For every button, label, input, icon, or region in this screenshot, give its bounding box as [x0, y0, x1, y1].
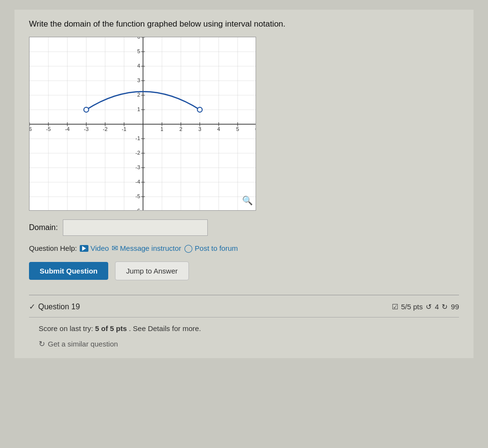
history-icon: ↺	[426, 303, 432, 311]
submit-question-button[interactable]: Submit Question	[29, 262, 108, 280]
divider-1	[29, 295, 459, 295]
question-19-label: ✓ Question 19	[29, 302, 80, 311]
question-number: Question 19	[38, 303, 80, 311]
score-suffix: . See Details for more.	[129, 324, 201, 332]
question-19-row: ✓ Question 19 ☑ 5/5 pts ↺ 4 ↻ 99	[29, 302, 459, 311]
question-text: Write the domain of the function graphed…	[29, 19, 459, 29]
envelope-icon: ✉	[112, 244, 118, 253]
question-help-label: Question Help:	[29, 244, 77, 252]
video-help-link[interactable]: Video	[80, 244, 109, 252]
score-value: 5 of 5 pts	[95, 324, 127, 332]
score-prefix: Score on last try:	[39, 324, 93, 332]
forum-icon: ◯	[184, 244, 193, 253]
post-to-forum-link[interactable]: ◯ Post to forum	[184, 244, 238, 253]
points-value: 5/5 pts	[401, 303, 423, 311]
checkmark-box-icon: ☑	[392, 303, 398, 311]
attempts-count: 99	[451, 303, 459, 311]
refresh-icon: ↻	[442, 303, 448, 311]
video-label: Video	[90, 244, 109, 252]
similar-question-row[interactable]: ↻ Get a similar question	[29, 339, 459, 348]
history-count: 4	[435, 303, 439, 311]
checkmark-icon: ✓	[29, 302, 35, 311]
refresh-icon: ↻	[39, 339, 45, 348]
score-row: Score on last try: 5 of 5 pts . See Deta…	[29, 324, 459, 332]
message-label: Message instructor	[120, 244, 181, 252]
divider-2	[29, 317, 459, 318]
message-instructor-link[interactable]: ✉ Message instructor	[112, 244, 181, 253]
points-info: ☑ 5/5 pts ↺ 4 ↻ 99	[392, 303, 459, 311]
domain-label: Domain:	[29, 223, 58, 232]
jump-to-answer-button[interactable]: Jump to Answer	[115, 261, 189, 280]
similar-question-label: Get a similar question	[48, 340, 118, 348]
question-help-row: Question Help: Video ✉ Message instructo…	[29, 244, 459, 253]
domain-input[interactable]	[63, 219, 208, 236]
domain-row: Domain:	[29, 219, 459, 236]
buttons-row: Submit Question Jump to Answer	[29, 261, 459, 280]
forum-label: Post to forum	[195, 244, 238, 252]
video-icon	[80, 245, 88, 252]
graph-area	[29, 37, 256, 211]
